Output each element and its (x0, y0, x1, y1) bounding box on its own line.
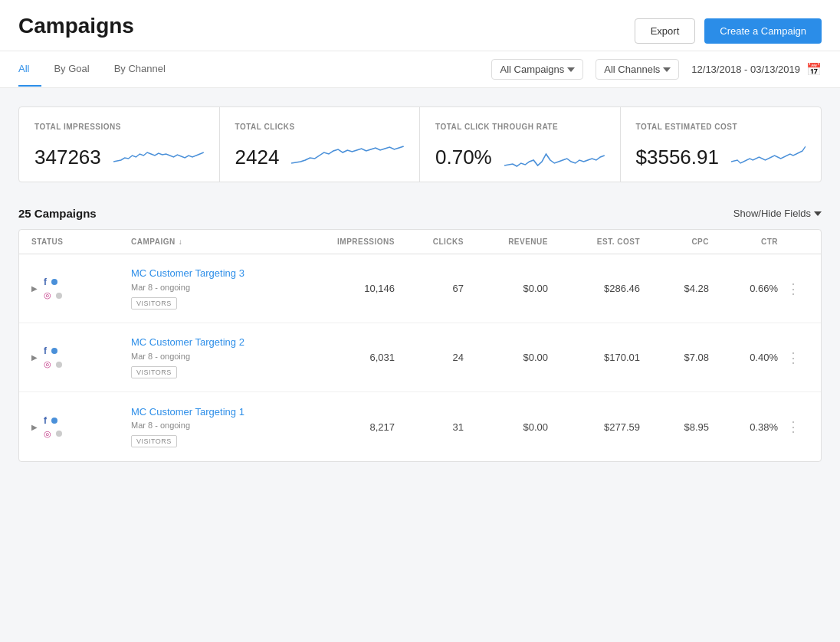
instagram-row: ◎ (44, 429, 62, 439)
tab-by-goal[interactable]: By Goal (41, 52, 101, 87)
instagram-row: ◎ (44, 359, 62, 369)
facebook-icon: f (44, 415, 47, 426)
toolbar: All By Goal By Channel All Campaigns All… (0, 51, 840, 88)
ctr-value: 0.38% (709, 421, 778, 433)
campaign-date: Mar 8 - ongoing (131, 352, 303, 361)
tabs: All By Goal By Channel (18, 52, 178, 87)
show-hide-fields[interactable]: Show/Hide Fields (733, 208, 822, 219)
campaign-tag: VISITORS (131, 366, 177, 378)
row-actions-button[interactable]: ⋮ (778, 349, 809, 366)
status-cell: ▶ f ◎ (31, 277, 131, 300)
th-revenue: REVENUE (464, 237, 548, 246)
campaign-count: 25 Campaigns (18, 207, 97, 220)
status-dot-inactive (56, 362, 62, 368)
th-impressions: IMPRESSIONS (303, 237, 395, 246)
instagram-row: ◎ (44, 290, 62, 300)
campaign-name[interactable]: MC Customer Targeting 1 (131, 406, 303, 419)
row-actions-button[interactable]: ⋮ (778, 418, 809, 435)
sparkline-cost (731, 139, 806, 169)
th-status: STATUS (31, 237, 131, 246)
status-dot-active (51, 348, 57, 354)
stat-card-clicks: TOTAL CLICKS 2424 (220, 107, 421, 182)
th-cpc: CPC (640, 237, 709, 246)
campaign-cell: MC Customer Targeting 1 Mar 8 - ongoing … (131, 398, 303, 456)
clicks-value: 31 (395, 421, 464, 433)
th-est-cost: EST. COST (548, 237, 640, 246)
est-cost-value: $286.46 (548, 283, 640, 294)
table-row: ▶ f ◎ MC Customer Targeting 3 (19, 254, 821, 323)
instagram-icon: ◎ (44, 359, 51, 369)
stats-grid: TOTAL IMPRESSIONS 347263 TOTAL CLICKS 24… (18, 106, 822, 182)
tab-by-channel[interactable]: By Channel (102, 52, 178, 87)
campaign-name[interactable]: MC Customer Targeting 2 (131, 336, 303, 349)
expand-button[interactable]: ▶ (31, 423, 38, 431)
status-dot-active (51, 418, 57, 424)
stat-label: TOTAL ESTIMATED COST (636, 123, 806, 131)
list-section: 25 Campaigns Show/Hide Fields STATUS CAM… (0, 195, 840, 480)
stat-value: 2424 (235, 139, 405, 169)
facebook-row: f (44, 346, 62, 356)
expand-button[interactable]: ▶ (31, 353, 38, 362)
channel-icons: f ◎ (44, 277, 62, 300)
calendar-icon[interactable]: 📅 (806, 62, 822, 77)
stat-value: 347263 (34, 139, 204, 169)
chevron-down-icon (814, 211, 822, 216)
stat-label: TOTAL CLICK THROUGH RATE (435, 123, 605, 131)
status-dot-inactive (56, 293, 62, 299)
impressions-value: 10,146 (303, 283, 395, 294)
list-header: 25 Campaigns Show/Hide Fields (18, 195, 822, 229)
stats-section: TOTAL IMPRESSIONS 347263 TOTAL CLICKS 24… (0, 88, 840, 195)
revenue-value: $0.00 (464, 283, 548, 294)
est-cost-value: $277.59 (548, 421, 640, 433)
campaign-date: Mar 8 - ongoing (131, 421, 303, 430)
stat-card-impressions: TOTAL IMPRESSIONS 347263 (19, 107, 220, 182)
facebook-icon: f (44, 277, 47, 287)
channels-filter[interactable]: All Channels (596, 59, 679, 80)
channel-icons: f ◎ (44, 415, 62, 439)
table-header: STATUS CAMPAIGN ↓ IMPRESSIONS CLICKS REV… (19, 230, 821, 254)
status-cell: ▶ f ◎ (31, 415, 131, 439)
row-actions-button[interactable]: ⋮ (778, 280, 809, 297)
campaign-tag: VISITORS (131, 435, 177, 447)
campaign-date: Mar 8 - ongoing (131, 283, 303, 292)
tab-all[interactable]: All (18, 52, 41, 87)
facebook-row: f (44, 415, 62, 426)
campaign-name[interactable]: MC Customer Targeting 3 (131, 267, 303, 280)
campaigns-filter[interactable]: All Campaigns (491, 59, 583, 80)
stat-label: TOTAL CLICKS (235, 123, 405, 131)
status-dot-active (51, 279, 57, 285)
th-actions (778, 237, 809, 246)
instagram-icon: ◎ (44, 429, 51, 439)
revenue-value: $0.00 (464, 352, 548, 363)
ctr-value: 0.40% (709, 352, 778, 363)
stat-card-ctr: TOTAL CLICK THROUGH RATE 0.70% (420, 107, 621, 182)
revenue-value: $0.00 (464, 421, 548, 433)
stat-card-cost: TOTAL ESTIMATED COST $3556.91 (621, 107, 822, 182)
chevron-down-icon (567, 66, 575, 74)
page-title: Campaigns (18, 14, 134, 51)
th-clicks: CLICKS (395, 237, 464, 246)
channel-icons: f ◎ (44, 346, 62, 369)
sparkline-impressions (113, 139, 204, 169)
stat-value: 0.70% (435, 139, 605, 169)
expand-button[interactable]: ▶ (31, 284, 38, 293)
stat-label: TOTAL IMPRESSIONS (34, 123, 204, 131)
facebook-row: f (44, 277, 62, 287)
export-button[interactable]: Export (635, 18, 696, 44)
sparkline-ctr (504, 139, 605, 169)
impressions-value: 8,217 (303, 421, 395, 433)
filters: All Campaigns All Channels 12/13/2018 - … (491, 51, 822, 87)
status-dot-inactive (56, 431, 62, 437)
clicks-value: 24 (395, 352, 464, 363)
campaigns-table: STATUS CAMPAIGN ↓ IMPRESSIONS CLICKS REV… (18, 229, 822, 462)
stat-value: $3556.91 (636, 139, 806, 169)
impressions-value: 6,031 (303, 352, 395, 363)
header-actions: Export Create a Campaign (635, 14, 822, 44)
est-cost-value: $170.01 (548, 352, 640, 363)
th-campaign[interactable]: CAMPAIGN ↓ (131, 237, 303, 246)
date-range: 12/13/2018 - 03/13/2019 📅 (691, 62, 822, 77)
create-campaign-button[interactable]: Create a Campaign (704, 18, 822, 44)
facebook-icon: f (44, 346, 47, 356)
campaign-cell: MC Customer Targeting 2 Mar 8 - ongoing … (131, 329, 303, 386)
campaign-tag: VISITORS (131, 297, 177, 310)
